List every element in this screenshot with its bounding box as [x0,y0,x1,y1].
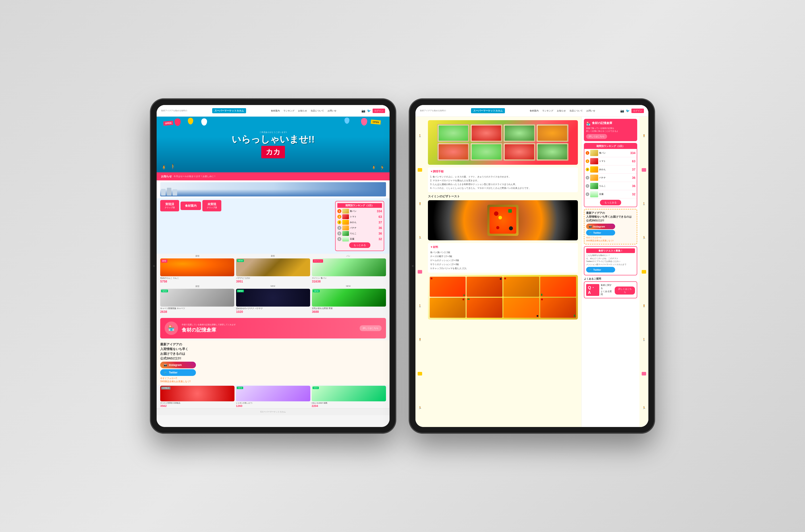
cart-icon-1 [418,168,422,172]
instagram-icon[interactable]: 📷 [362,109,365,113]
people-figure-r1: 🧍 [642,134,646,137]
nav-link-4[interactable]: 当店について [311,109,324,112]
right-nav-link-5[interactable]: お問いせ [586,109,595,112]
right-instagram-icon[interactable]: 📷 [620,109,624,113]
bottom-item-1[interactable]: 冷凍食品 タコスと世界的 冷凍食品 3562 [160,386,235,407]
hero-logo: カカ [261,146,285,158]
qa-btn[interactable]: 詳しくはこちら [615,286,635,294]
right-nav-logo: スーパーマーケットカカム [471,108,505,113]
ingredient-4: サラミのクッション | 2〜3枚 [430,262,575,266]
cart-icon-r1 [642,168,646,172]
people-figure-4: 🚶 [418,304,422,307]
grid-label-new2: 新型 [236,254,310,258]
ingredient-5: ケチャップのパジャマを着た人 | 2人 [430,266,575,270]
bottom-item-2[interactable]: NEW シャボンの泡 ぶどう 1260 [236,386,310,407]
sidebar-memory-icon: 🏪 [586,121,590,126]
left-ranking: 期間別ランキング（1日） 1 食パン 334 2 トマト [335,201,384,251]
item-price-4: 2638 [160,310,234,314]
step-4: 4. ベッドの上、くしゃくしゃになってきたら、マヨネーズがたくさんだ野菜パンの出… [430,186,575,190]
item-name-3: スイミン 食パン [312,277,386,280]
ranking-item-4: 4 バナナ 36 [337,225,382,230]
food-img-2: NEW [236,259,310,276]
sidebar-request-twitter-btn[interactable]: 🐦 Twitter [586,267,615,272]
cart-icon-r3 [642,372,646,376]
item-name-2: バナナとうさか [236,277,310,280]
rank-number-4: 4 [337,226,341,230]
sidebar-twitter-btn[interactable]: 🐦 Twitter [586,230,615,235]
sidebar-instagram-btn[interactable]: 📷 Instagram [586,224,615,229]
right-sidebar: 🏪 食材の記憶倉庫 収集で集っている食材の記憶を 新しく記憶に加えることができる… [582,117,639,427]
food-img-5: NEW [236,289,310,307]
rank-number-5: 5 [337,231,341,235]
sidebar-follow-text: 今すぐフォロー!! SNS限定企画もお見逃しなく!! [586,236,635,242]
pt-topping-10 [574,315,575,317]
nav-link-2[interactable]: ランキング [283,109,294,112]
grid-item-1[interactable]: 新型 生めのりんこ りんこ 5758 [160,259,234,283]
left-nav-icons: 📷 🐦 ログイン [362,109,385,113]
right-nav-link-1[interactable]: 食材案内 [530,109,538,112]
rank-food-img-2 [342,214,349,219]
item-name-4: キャベツ部落部族 キャベツ [160,307,234,310]
people-figure-5: 🧍 [418,338,422,341]
qa-icon: Q・A [586,284,599,296]
topping-corn [498,216,502,220]
nav-link-5[interactable]: お問いせ [328,109,336,112]
instagram-btn[interactable]: 📷 Instagram [160,362,196,368]
bottom-name-3: CELL GUMMY 細胞 [312,402,386,404]
grid-row-2: NEW キャベツ部落部族 キャベツ 2638 NEW 詰め合せのバクチク バクチ… [160,289,386,314]
rank-food-img-4 [342,225,349,230]
sns-content: 最新アイデアの 入荷情報をいち早く お届けできるのは 公式SNSだけ!! 📷 I… [160,342,386,383]
grid-item-2[interactable]: NEW バナナとうさか 3951 [236,259,310,283]
sidebar-memory-btn[interactable]: 詳しくはこちら [586,134,607,139]
nav-link-3[interactable]: お知らせ [298,109,307,112]
bottom-name-1: タコスと世界的 冷凍食品 [160,402,235,404]
right-nav-link-3[interactable]: お知らせ [557,109,566,112]
tab-realized[interactable]: 実現済 クリップ済 [160,200,179,211]
twitter-btn[interactable]: 🐦 Twitter [160,369,196,376]
memory-section: 🏪 市場で流通している食材の記憶を調整して保管してくれます 食材の記憶倉庫 詳し… [160,318,386,339]
bottom-item-3[interactable]: NEW CELL GUMMY 細胞 2204 [312,386,386,407]
tab-unrealized[interactable]: 未実現 クリップ済 [202,200,221,211]
right-login-btn[interactable]: ログイン [632,109,644,113]
rank-food-img-5 [342,231,349,236]
grid-item-3[interactable]: スイミン スイミン 食パン 31638 [312,259,386,283]
tab-food[interactable]: 食材案内 [181,202,201,210]
right-scroll-content: 🚶 🧍 🏃 🚶 🧍 🏃 [416,117,648,427]
sidebar-rank-item-4: 4 バナナ 36 [584,174,637,182]
twitter-icon[interactable]: 🐦 [367,109,371,113]
content-grid: 新型 新型 パン 新型 生めのりんこ りんこ 5758 [157,254,389,316]
right-nav-link-4[interactable]: 当店について [569,109,583,112]
toast-3 [504,124,535,142]
people-figure-r3: 🏃 [642,236,646,239]
right-twitter-icon[interactable]: 🐦 [626,109,629,113]
grid-item-6[interactable]: NEW 豆乳が折れる野菜 野菜 3688 [312,289,386,314]
sidebar-rank-count-1: 334 [630,151,636,155]
store-illustration [160,182,386,196]
pizza-toast-3 [504,277,539,297]
sidebar-ranking-more-btn[interactable]: もっとみる [600,200,621,205]
food-img-1: 新型 [160,259,234,276]
memory-btn[interactable]: 詳しくはこちら [360,325,382,331]
sidebar-rank-img-1 [590,150,598,156]
toast-2 [470,124,502,142]
footer: ©スーパーマーケットカカム [157,408,389,415]
grid-item-4[interactable]: NEW キャベツ部落部族 キャベツ 2638 [160,289,234,314]
bottom-grid: 冷凍食品 タコスと世界的 冷凍食品 3562 NEW シャボンの泡 ぶどう 12… [157,385,389,408]
right-nav-link-2[interactable]: ランキング [542,109,553,112]
sidebar-memory-title: 食材の記憶倉庫 [592,121,612,125]
food-img-4: NEW [160,289,234,307]
ranking-more-btn[interactable]: もっとみる [349,242,370,248]
grid-item-5[interactable]: NEW 詰め合せのバクチク バクチク 1020 [236,289,310,314]
toast-5 [437,143,470,161]
nav-link-1[interactable]: 食材案内 [271,109,280,112]
rank-name-1: 食パン [350,210,376,213]
item-label-3: スイミン [313,259,323,263]
pizza-toast-6 [466,298,502,318]
sidebar-rank-item-2: 2 トマト 63 [584,157,637,166]
ingredient-2: チーズの帽子 | 2〜3枚 [430,254,575,259]
people-figure-3: 🏃 [418,236,422,239]
rank-count-4: 36 [379,226,382,230]
sns-title: 最新アイデアの 入荷情報をいち早く お届けできるのは 公式SNSだけ!! [160,342,386,361]
toast-topping-7 [505,144,534,159]
login-btn[interactable]: ログイン [372,109,385,113]
